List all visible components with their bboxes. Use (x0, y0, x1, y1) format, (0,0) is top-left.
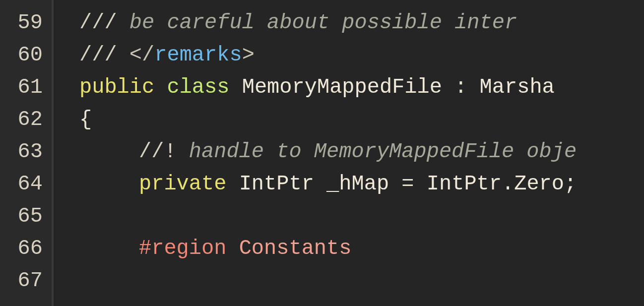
field-name: _hMap (326, 172, 389, 196)
code-line[interactable]: private IntPtr _hMap = IntPtr.Zero; (79, 168, 644, 200)
value: IntPtr.Zero; (427, 172, 577, 196)
code-line[interactable]: //! handle to MemoryMappedFile obje (79, 136, 644, 168)
class-name: MemoryMappedFile (242, 75, 442, 99)
code-line[interactable]: #region Constants (79, 233, 644, 265)
line-number: 60 (0, 39, 52, 71)
base-class: Marsha (480, 75, 555, 99)
doc-comment-text: be careful about possible inter (117, 11, 517, 35)
comment-slashes: //! (139, 140, 177, 164)
code-editor[interactable]: 59 60 61 62 63 64 65 66 67 /// be carefu… (0, 0, 644, 306)
line-number: 64 (0, 168, 52, 200)
line-number: 67 (0, 265, 52, 297)
line-number-gutter: 59 60 61 62 63 64 65 66 67 (0, 0, 54, 306)
code-line[interactable]: /// </remarks> (79, 39, 644, 71)
code-line[interactable]: public class MemoryMappedFile : Marsha (79, 71, 644, 104)
line-number: 65 (0, 200, 52, 233)
line-number: 66 (0, 233, 52, 265)
keyword-public: public (79, 75, 154, 99)
line-number: 62 (0, 104, 52, 136)
xml-tag: remarks (154, 43, 242, 67)
xml-bracket: > (242, 43, 255, 67)
colon: : (442, 75, 480, 99)
keyword-private: private (139, 172, 226, 196)
comment-text: handle to MemoryMappedFile obje (177, 140, 577, 164)
code-line[interactable]: /// be careful about possible inter (79, 7, 644, 39)
line-number: 61 (0, 71, 52, 104)
doc-comment-slashes: /// (79, 43, 129, 67)
keyword-class: class (167, 75, 229, 99)
code-line[interactable]: { (79, 104, 644, 136)
line-number: 59 (0, 7, 52, 39)
region-name: Constants (226, 237, 351, 260)
region-directive: #region (139, 237, 226, 260)
xml-bracket: </ (129, 43, 154, 67)
type-name: IntPtr (239, 172, 314, 196)
open-brace: { (79, 108, 92, 131)
equals: = (389, 172, 427, 196)
code-line[interactable] (79, 200, 644, 233)
doc-comment-slashes: /// (79, 11, 117, 35)
code-area[interactable]: /// be careful about possible inter /// … (54, 0, 644, 306)
line-number: 63 (0, 136, 52, 168)
code-line[interactable] (79, 265, 644, 297)
